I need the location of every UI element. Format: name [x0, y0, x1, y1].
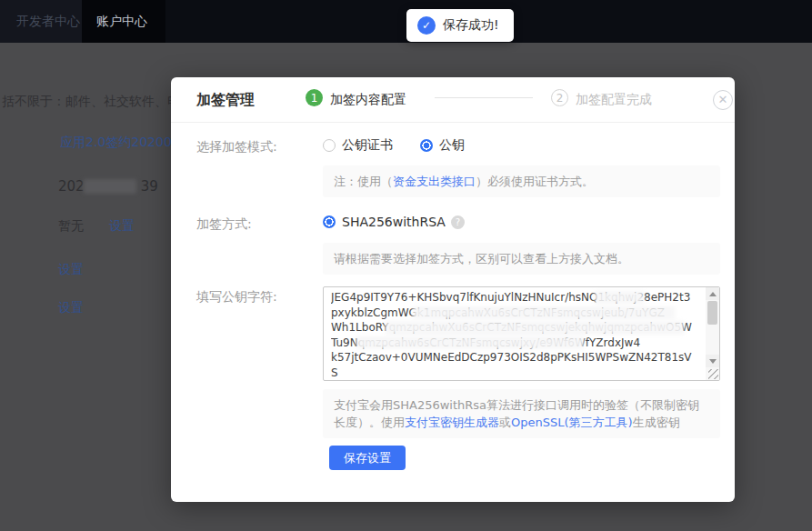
save-settings-button[interactable]: 保存设置 — [329, 446, 406, 470]
censor-blur — [356, 336, 584, 349]
mode-row-label: 选择加签模式: — [196, 139, 277, 155]
tab-account-center[interactable]: 账户中心 — [96, 14, 147, 30]
resize-grip-icon[interactable] — [708, 369, 718, 379]
fund-expense-api-link[interactable]: 资金支出类接口 — [393, 175, 476, 188]
textarea-scrollbar[interactable] — [706, 287, 719, 380]
verification-note: 支付宝会用SHA256withRsa算法进行接口调用时的验签（不限制密钥长度）。… — [323, 389, 720, 438]
help-icon[interactable]: ? — [451, 215, 465, 229]
radio-public-key-label[interactable]: 公钥 — [439, 137, 465, 154]
algo-row-label: 加签方式: — [196, 216, 252, 233]
scrollbar-thumb[interactable] — [707, 301, 717, 325]
mode-note-prefix: 注：使用（ — [334, 175, 393, 188]
bg-none-label: 暂无 — [58, 218, 84, 235]
scroll-up-arrow-icon[interactable] — [706, 287, 719, 300]
verification-note-text3: 生成密钥 — [633, 416, 680, 429]
censor-blur — [386, 321, 684, 335]
mode-radio-group: 公钥证书 公钥 — [323, 137, 492, 154]
step-1-label: 加签内容配置 — [330, 92, 406, 108]
scroll-down-arrow-icon[interactable] — [706, 355, 719, 367]
censor-blur — [413, 306, 675, 319]
bg-settings-link-3[interactable]: 设置 — [58, 300, 84, 316]
step-2-indicator: 2 — [551, 89, 568, 106]
openssl-link[interactable]: OpenSSL(第三方工具) — [511, 416, 633, 429]
close-icon[interactable]: ✕ — [713, 90, 733, 110]
success-check-icon: ✓ — [417, 16, 436, 35]
toast-message: 保存成功! — [443, 17, 499, 34]
tab-developer-center[interactable]: 开发者中心 — [16, 14, 80, 30]
screen: 开发者中心 账户中心 ✓ 保存成功! 括不限于：邮件、社交软件、电话 应用2.0… — [0, 0, 812, 531]
bg-settings-link-1[interactable]: 设置 — [109, 218, 135, 235]
bg-settings-link-2[interactable]: 设置 — [58, 262, 84, 278]
alipay-key-generator-link[interactable]: 支付宝密钥生成器 — [405, 416, 499, 429]
verification-note-text2: 或 — [499, 416, 511, 429]
mode-note: 注：使用（资金支出类接口）必须使用证书方式。 — [323, 165, 720, 197]
censor-blur — [84, 179, 136, 194]
step-connector-line — [435, 97, 533, 98]
key-row-label: 填写公钥字符: — [196, 289, 277, 306]
radio-public-key[interactable] — [420, 139, 433, 152]
modal-title: 加签管理 — [196, 91, 255, 110]
radio-sha256withrsa-label[interactable]: SHA256withRSA — [342, 215, 446, 229]
app-id-prefix: 202 — [58, 178, 85, 195]
algo-note: 请根据需要选择加签方式，区别可以查看上方接入文档。 — [323, 243, 720, 275]
save-success-toast: ✓ 保存成功! — [406, 9, 514, 42]
radio-public-key-cert[interactable] — [323, 139, 336, 152]
radio-public-key-cert-label[interactable]: 公钥证书 — [342, 137, 393, 154]
step-1-indicator: 1 — [306, 89, 323, 106]
mode-note-suffix: ）必须使用证书方式。 — [476, 175, 594, 188]
app-id-suffix: 39 — [141, 178, 158, 195]
censor-blur — [595, 291, 644, 304]
algo-radio-group: SHA256withRSA ? — [323, 215, 465, 229]
signature-management-modal: 加签管理 1 加签内容配置 2 加签配置完成 ✕ 选择加签模式: 公钥证书 公钥… — [171, 77, 735, 502]
radio-sha256withrsa[interactable] — [323, 215, 336, 228]
step-2-label: 加签配置完成 — [576, 92, 652, 108]
modal-header: 加签管理 1 加签内容配置 2 加签配置完成 ✕ — [171, 77, 735, 123]
public-key-textarea[interactable]: JEG4p9IT9Y76+KHSbvq7lfKnujuYlNzHNuIcr/hs… — [323, 286, 720, 381]
bg-channel-text: 括不限于：邮件、社交软件、电话 — [2, 94, 193, 110]
